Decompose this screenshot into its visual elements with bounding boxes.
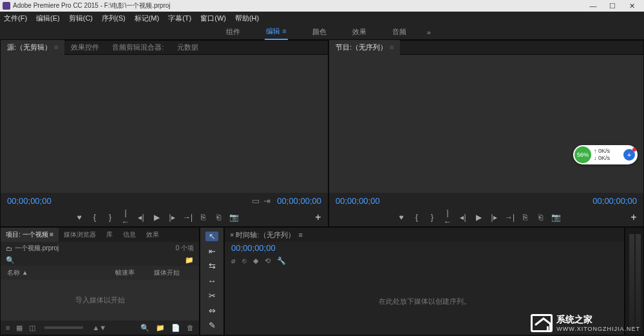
project-column-header[interactable]: 名称 ▲ 帧速率 媒体开始 bbox=[1, 266, 199, 280]
go-in-icon[interactable]: |← bbox=[443, 208, 452, 226]
settings-icon[interactable]: ⇥ bbox=[263, 196, 270, 206]
tab-effect-controls[interactable]: 效果控件 bbox=[64, 40, 106, 55]
step-back-icon[interactable]: ◂| bbox=[459, 213, 468, 222]
menu-edit[interactable]: 编辑(E) bbox=[36, 14, 60, 23]
step-fwd-icon[interactable]: |▸ bbox=[167, 213, 176, 222]
icon-view-icon[interactable]: ▦ bbox=[16, 324, 23, 332]
tab-metadata[interactable]: 元数据 bbox=[171, 40, 205, 55]
tab-audio-clip-mixer[interactable]: 音频剪辑混合器: bbox=[106, 40, 170, 55]
find-icon[interactable]: 🔍 bbox=[140, 324, 149, 332]
tab-media-browser[interactable]: 媒体浏览器 bbox=[59, 228, 101, 242]
marker-icon[interactable]: ♥ bbox=[75, 213, 84, 222]
sort-asc-icon[interactable]: ▲ bbox=[22, 269, 28, 276]
close-button[interactable]: ✕ bbox=[622, 2, 641, 10]
menu-marker[interactable]: 标记(M) bbox=[135, 14, 160, 23]
panel-menu-icon[interactable]: ≡ bbox=[390, 43, 393, 51]
workspace-audio[interactable]: 音频 bbox=[391, 25, 408, 39]
new-bin-icon[interactable]: 📁 bbox=[185, 256, 194, 264]
mark-in-icon[interactable]: { bbox=[90, 213, 99, 222]
timeline-settings-icon[interactable]: ⟲ bbox=[265, 257, 270, 265]
go-in-icon[interactable]: |← bbox=[121, 208, 130, 226]
ripple-edit-tool-icon[interactable]: ⇆ bbox=[205, 261, 218, 271]
tab-source[interactable]: 源:（无剪辑）≡ bbox=[1, 40, 64, 55]
go-out-icon[interactable]: →| bbox=[505, 213, 514, 222]
trash-icon[interactable]: 🗑 bbox=[187, 324, 194, 331]
search-icon[interactable]: 🔍 bbox=[6, 256, 15, 264]
menu-help[interactable]: 帮助(H) bbox=[235, 14, 259, 23]
rate-stretch-tool-icon[interactable]: ↔ bbox=[205, 276, 218, 286]
snap-icon[interactable]: ⌀ bbox=[231, 257, 236, 265]
new-item-icon[interactable]: 📄 bbox=[171, 324, 180, 332]
mark-out-icon[interactable]: } bbox=[428, 213, 437, 222]
workspace-editing[interactable]: 编辑 ≡ bbox=[265, 24, 287, 40]
button-editor-icon[interactable]: + bbox=[629, 212, 638, 223]
program-monitor-viewport[interactable] bbox=[329, 55, 643, 193]
slip-tool-icon[interactable]: ⇔ bbox=[205, 306, 218, 315]
overwrite-icon[interactable]: ⎗ bbox=[214, 213, 223, 222]
project-empty-area[interactable]: 导入媒体以开始 bbox=[1, 280, 199, 321]
mark-in-icon[interactable]: { bbox=[412, 213, 421, 222]
tab-info[interactable]: 信息 bbox=[118, 228, 141, 242]
panel-menu-icon[interactable]: ≡ bbox=[50, 231, 53, 238]
col-name[interactable]: 名称 bbox=[7, 269, 20, 276]
linked-selection-icon[interactable]: ⎋ bbox=[242, 257, 247, 265]
insert-icon[interactable]: ⎘ bbox=[198, 213, 207, 222]
workspace-menu-icon[interactable]: ≡ bbox=[282, 27, 286, 35]
lift-icon[interactable]: ⎘ bbox=[520, 213, 529, 222]
list-view-icon[interactable]: ≡ bbox=[6, 324, 10, 331]
new-bin-button[interactable]: 📁 bbox=[156, 324, 165, 332]
menu-caption[interactable]: 字幕(T) bbox=[168, 14, 191, 23]
tab-program[interactable]: 节目:（无序列）≡ bbox=[329, 40, 400, 55]
menu-clip[interactable]: 剪辑(C) bbox=[69, 14, 93, 23]
selection-tool-icon[interactable]: ↖ bbox=[205, 232, 218, 241]
tab-timeline[interactable]: × 时间轴:（无序列） bbox=[230, 230, 295, 240]
fit-icon[interactable]: ▭ bbox=[252, 196, 260, 206]
button-editor-icon[interactable]: + bbox=[314, 212, 323, 223]
step-back-icon[interactable]: ◂| bbox=[137, 213, 146, 222]
export-frame-icon[interactable]: 📷 bbox=[551, 213, 560, 222]
panel-menu-icon[interactable]: ≡ bbox=[54, 43, 58, 51]
source-monitor-viewport[interactable] bbox=[1, 55, 328, 193]
workspace-more[interactable]: » bbox=[427, 28, 431, 36]
wrench-icon[interactable]: 🔧 bbox=[277, 257, 286, 265]
source-timecode-out[interactable]: 00;00;00;00 bbox=[277, 196, 321, 206]
pen-tool-icon[interactable]: ✎ bbox=[205, 321, 218, 330]
go-out-icon[interactable]: →| bbox=[183, 213, 192, 222]
marker-icon[interactable]: ♥ bbox=[397, 213, 406, 222]
menu-sequence[interactable]: 序列(S) bbox=[102, 14, 126, 23]
tab-library[interactable]: 库 bbox=[101, 228, 118, 242]
play-icon[interactable]: ▶ bbox=[474, 213, 483, 222]
net-widget-expand-icon[interactable]: + bbox=[623, 149, 635, 161]
export-frame-icon[interactable]: 📷 bbox=[229, 213, 238, 222]
program-monitor-panel: 节目:（无序列）≡ 00;00;00;00 00;00;00;00 ♥ { } … bbox=[328, 40, 644, 227]
workspace-color[interactable]: 颜色 bbox=[311, 25, 328, 39]
window-titlebar: Adobe Premiere Pro CC 2015 - F:\电影\一个视频.… bbox=[0, 0, 644, 12]
play-icon[interactable]: ▶ bbox=[152, 213, 161, 222]
razor-tool-icon[interactable]: ✂ bbox=[205, 291, 218, 301]
add-marker-icon[interactable]: ◆ bbox=[253, 257, 258, 265]
timeline-playhead-timecode[interactable]: 00;00;00;00 bbox=[225, 242, 624, 254]
extract-icon[interactable]: ⎗ bbox=[536, 213, 545, 222]
col-media-start[interactable]: 媒体开始 bbox=[154, 268, 193, 277]
source-timecode-in[interactable]: 00;00;00;00 bbox=[7, 196, 245, 206]
minimize-button[interactable]: — bbox=[583, 2, 603, 10]
workspace-assembly[interactable]: 组件 bbox=[225, 25, 242, 39]
col-framerate[interactable]: 帧速率 bbox=[115, 268, 154, 277]
mark-out-icon[interactable]: } bbox=[106, 213, 115, 222]
tab-effects-panel[interactable]: 效果 bbox=[141, 228, 164, 242]
step-fwd-icon[interactable]: |▸ bbox=[489, 213, 498, 222]
network-speed-widget[interactable]: 56% ↑ 0K/s ↓ 0K/s + bbox=[573, 145, 638, 164]
maximize-button[interactable]: ☐ bbox=[603, 2, 622, 10]
freeform-view-icon[interactable]: ◫ bbox=[29, 324, 35, 332]
project-empty-hint: 导入媒体以开始 bbox=[75, 295, 125, 305]
program-timecode-in[interactable]: 00;00;00;00 bbox=[336, 196, 592, 206]
thumbnail-size-slider[interactable] bbox=[44, 326, 83, 329]
workspace-effects[interactable]: 效果 bbox=[351, 25, 368, 39]
tab-project[interactable]: 项目: 一个视频 ≡ bbox=[1, 228, 59, 242]
program-timecode-out[interactable]: 00;00;00;00 bbox=[592, 196, 637, 206]
track-select-tool-icon[interactable]: ⇤ bbox=[205, 246, 218, 256]
menu-window[interactable]: 窗口(W) bbox=[200, 14, 226, 23]
sort-icon[interactable]: ▲▼ bbox=[92, 324, 106, 331]
menu-file[interactable]: 文件(F) bbox=[4, 14, 27, 23]
panel-menu-icon[interactable]: ≡ bbox=[299, 231, 303, 239]
